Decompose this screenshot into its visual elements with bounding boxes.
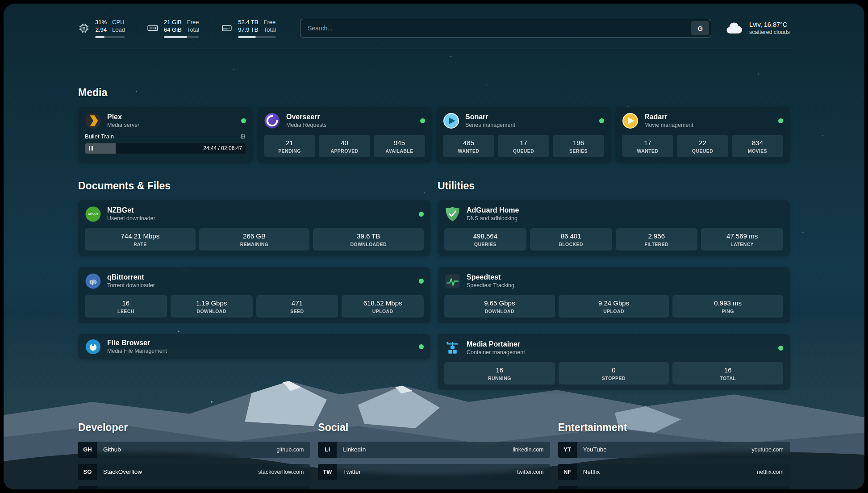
stat-label: STOPPED xyxy=(561,376,667,381)
bookmarks-row: Developer GHGithubgithub.comSOStackOverf… xyxy=(78,422,790,489)
stat-tile: 0STOPPED xyxy=(559,362,669,384)
cpu-usage-bar xyxy=(95,36,125,38)
stat-tile: 39.6 TBDOWNLOADED xyxy=(313,228,424,251)
utilities-section: Utilities xyxy=(438,180,790,390)
stat-value: 618.52 Mbps xyxy=(344,299,421,307)
search-input[interactable] xyxy=(300,19,711,38)
stat-tile: 471SEED xyxy=(256,295,338,318)
app-card-plex[interactable]: Plex Media server Bullet Train ⚙ 24:44 /… xyxy=(78,107,253,163)
stats-row: 16RUNNING0STOPPED16TOTAL xyxy=(444,362,783,384)
stat-label: APPROVED xyxy=(321,148,367,154)
disk-usage-bar xyxy=(238,36,276,38)
stat-label: AVAILABLE xyxy=(376,148,422,154)
stat-label: RATE xyxy=(88,242,193,247)
ram-label-secondary: Total xyxy=(187,26,199,34)
stat-label: REMAINING xyxy=(202,242,307,247)
stat-tile: 9.24 GbpsUPLOAD xyxy=(559,295,669,318)
stat-tile: 1.19 GbpsDOWNLOAD xyxy=(171,295,253,318)
portainer-icon xyxy=(444,340,461,356)
cloud-icon xyxy=(725,21,743,36)
app-name: Speedtest xyxy=(467,273,514,281)
app-card-radarr[interactable]: Radarr Movie management 17WANTED22QUEUED… xyxy=(615,107,790,163)
stat-label: QUERIES xyxy=(447,242,524,247)
bookmark-url: netflix.com xyxy=(757,469,784,475)
section-title-utilities: Utilities xyxy=(438,180,790,192)
stat-tile: 16RUNNING xyxy=(444,362,555,384)
stat-tile: 2,956FILTERED xyxy=(616,228,698,251)
app-card-qbittorrent[interactable]: qb qBittorrent Torrent downloader 16LEEC… xyxy=(78,267,430,323)
system-metrics: 31% 2.94 CPU Load xyxy=(78,19,287,38)
app-name: Plex xyxy=(107,113,139,121)
app-card-speedtest[interactable]: Speedtest Speedtest Tracking 9.65 GbpsDO… xyxy=(438,267,790,323)
disk-label-secondary: Total xyxy=(263,26,275,34)
app-card-adguard[interactable]: AdGuard Home DNS and adblocking 498,564Q… xyxy=(438,200,790,256)
stats-row: 21PENDING40APPROVED945AVAILABLE xyxy=(264,135,425,157)
bookmark-list-entertainment: YTYouTubeyoutube.comNFNetflixnetflix.com… xyxy=(558,442,790,489)
app-card-overseerr[interactable]: Overseerr Media Requests 21PENDING40APPR… xyxy=(257,107,432,163)
bookmark-row[interactable]: GHGithubgithub.com xyxy=(78,442,310,458)
bookmark-row[interactable]: DTDEVdev.to xyxy=(78,486,310,489)
stat-label: BLOCKED xyxy=(533,242,609,247)
app-card-nzbget[interactable]: nzbget NZBGet Usenet downloader 744.21 M… xyxy=(78,200,430,256)
stats-row: 498,564QUERIES86,401BLOCKED2,956FILTERED… xyxy=(444,228,783,251)
stat-label: QUEUED xyxy=(501,148,547,154)
bookmark-name: LinkedIn xyxy=(343,446,366,453)
playback-progress-bar[interactable]: 24:44 / 02:06:47 xyxy=(85,143,246,154)
section-title-social: Social xyxy=(318,422,550,434)
bookmark-abbr: GH xyxy=(78,442,97,458)
svg-text:qb: qb xyxy=(89,278,96,284)
pause-icon[interactable] xyxy=(89,146,93,150)
search-engine-button[interactable]: G xyxy=(691,21,709,35)
plex-icon xyxy=(85,113,101,129)
media-section: Media Plex Media server xyxy=(78,87,790,163)
gear-icon[interactable]: ⚙ xyxy=(240,133,246,140)
bookmark-row[interactable]: RERedditreddit.com xyxy=(558,486,790,489)
bookmark-row[interactable]: NFNetflixnetflix.com xyxy=(558,464,790,480)
bookmark-url: linkedin.com xyxy=(513,447,543,453)
app-card-filebrowser[interactable]: File Browser Media File Management xyxy=(78,334,430,359)
bookmark-abbr: SO xyxy=(78,464,97,480)
bookmark-row[interactable]: TWTwittertwitter.com xyxy=(318,464,550,480)
bookmark-name: StackOverflow xyxy=(103,468,142,475)
status-dot xyxy=(419,344,424,349)
ram-label-primary: Free xyxy=(187,19,199,26)
bookmark-list-developer: GHGithubgithub.comSOStackOverflowstackov… xyxy=(78,442,310,489)
disk-free-value: 52.4 TB xyxy=(238,19,258,26)
stat-value: 0 xyxy=(561,366,667,374)
ram-usage-bar xyxy=(164,36,199,38)
app-subtitle: Speedtest Tracking xyxy=(467,282,514,288)
app-card-portainer[interactable]: Media Portainer Container management 16R… xyxy=(438,334,790,390)
app-name: Overseerr xyxy=(286,113,326,121)
ram-metric: 21 GiB 64 GiB Free Total xyxy=(136,19,210,38)
bookmark-list-social: LILinkedInlinkedin.comTWTwittertwitter.c… xyxy=(318,442,550,480)
app-subtitle: Media File Management xyxy=(107,348,167,354)
bookmark-abbr: RE xyxy=(558,486,577,489)
disk-metric: 52.4 TB 97.9 TB Free Total xyxy=(210,19,287,38)
app-card-sonarr[interactable]: Sonarr Series management 485WANTED17QUEU… xyxy=(436,107,611,163)
bookmark-row[interactable]: SOStackOverflowstackoverflow.com xyxy=(78,464,310,480)
stat-value: 2,956 xyxy=(618,232,695,240)
section-title-entertainment: Entertainment xyxy=(558,422,790,434)
stat-value: 1.19 Gbps xyxy=(173,299,250,307)
bookmark-row[interactable]: YTYouTubeyoutube.com xyxy=(558,442,790,458)
bookmark-group-developer: Developer GHGithubgithub.comSOStackOverf… xyxy=(78,422,310,489)
app-name: qBittorrent xyxy=(107,273,155,281)
stats-row: 17WANTED22QUEUED834MOVIES xyxy=(622,135,783,157)
stats-row: 9.65 GbpsDOWNLOAD9.24 GbpsUPLOAD0.993 ms… xyxy=(444,295,783,318)
bookmark-name: Netflix xyxy=(583,468,600,475)
stat-value: 16 xyxy=(447,366,552,374)
cpu-label-primary: CPU xyxy=(112,19,124,26)
stat-label: DOWNLOAD xyxy=(173,309,250,314)
adguard-icon xyxy=(444,206,461,222)
top-bar: 31% 2.94 CPU Load xyxy=(78,4,790,38)
stat-value: 196 xyxy=(555,139,601,146)
stat-label: PING xyxy=(675,309,780,314)
bookmark-row[interactable]: LILinkedInlinkedin.com xyxy=(318,442,550,458)
app-name: AdGuard Home xyxy=(467,206,519,214)
stat-tile: 16TOTAL xyxy=(672,362,783,384)
bookmark-name: YouTube xyxy=(583,446,607,453)
stat-value: 9.24 Gbps xyxy=(561,299,667,307)
stat-tile: 40APPROVED xyxy=(319,135,370,157)
speedtest-icon xyxy=(444,273,461,289)
status-dot xyxy=(599,118,604,123)
